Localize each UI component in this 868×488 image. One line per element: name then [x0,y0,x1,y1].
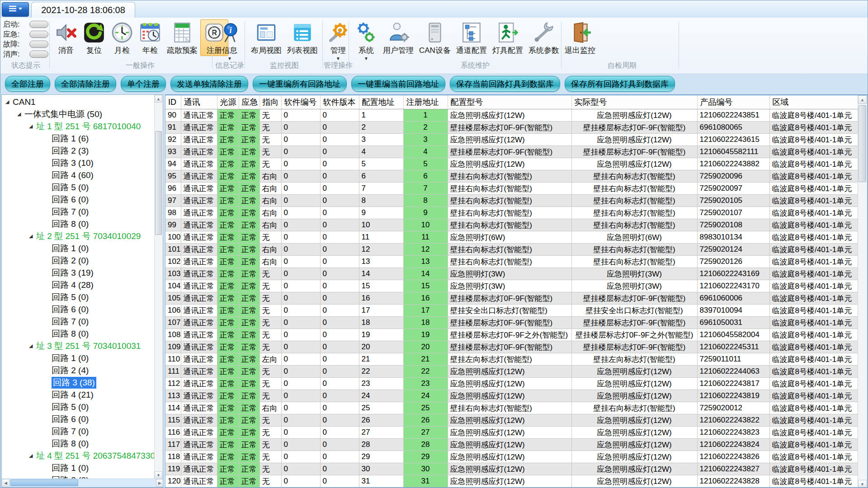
action-button-rewrite-current-loop-addresses[interactable]: 一键重编当前回路地址 [351,76,445,92]
tree-item[interactable]: 回路 1 (0) [2,242,155,254]
cell[interactable]: 壁挂左向标志灯(智能型) [448,353,571,366]
system-params-button[interactable]: 系统参数 [526,19,562,56]
cell[interactable]: 26 [403,414,448,427]
cell[interactable]: 应急照明灯(6W) [448,231,571,244]
cell[interactable]: 正常 [217,317,239,329]
cell[interactable]: 7259020012 [697,402,769,414]
cell[interactable]: 107 [165,317,181,329]
cell[interactable]: 无 [259,122,281,134]
cell[interactable]: 临波庭8号楼/401-1单元 [769,329,858,341]
cell[interactable]: 临波庭8号楼/401-1单元 [769,268,858,280]
cell[interactable]: 临波庭8号楼/401-1单元 [769,183,858,195]
table-row[interactable]: 96通讯正常正常正常右向0077壁挂右向标志灯(智能型)壁挂右向标志灯(智能型)… [165,183,858,195]
tree-item[interactable]: 回路 8 (0) [2,328,155,340]
cell[interactable]: 104 [165,280,181,292]
table-row[interactable]: 95通讯正常正常正常右向0066壁挂右向标志灯(智能型)壁挂右向标志灯(智能型)… [165,170,858,183]
cell[interactable]: 正常 [239,427,259,439]
cell[interactable]: 0 [281,207,320,219]
cell[interactable]: 0 [320,244,359,256]
tree-item[interactable]: ◢址 1 型 251 号 6817010040 [2,120,155,132]
table-row[interactable]: 90通讯正常正常正常无0011应急照明感应灯(12W)应急照明感应灯(12W)1… [165,109,858,122]
cell[interactable]: 14 [403,268,448,280]
cell[interactable]: 19 [403,329,448,341]
cell[interactable]: 右向 [259,170,281,183]
cell[interactable]: 16 [359,292,403,305]
cell[interactable]: 31 [403,475,448,488]
cell[interactable]: 无 [259,109,281,122]
cell[interactable]: 0 [281,158,320,170]
table-row[interactable]: 100通讯正常正常正常无001111应急照明灯(6W)应急照明灯(6W)8983… [165,231,858,244]
cell[interactable]: 应急照明灯(6W) [571,231,697,244]
cell[interactable]: 通讯正常 [181,378,217,390]
cell[interactable]: 0 [320,219,359,231]
cell[interactable]: 应急照明感应灯(12W) [448,463,571,475]
cell[interactable]: 8397010094 [697,305,769,317]
cell[interactable]: 通讯正常 [181,244,217,256]
cell[interactable]: 93 [165,146,181,158]
cell[interactable]: 21 [403,353,448,366]
cell[interactable]: 右向 [259,207,281,219]
cell[interactable]: 4 [403,146,448,158]
cell[interactable]: 应急照明感应灯(12W) [571,463,697,475]
cell[interactable]: 25 [403,402,448,414]
tree-item[interactable]: 回路 2 (0) [2,254,155,267]
cell[interactable]: 通讯正常 [181,122,217,134]
cell[interactable]: 0 [320,280,359,292]
cell[interactable]: 正常 [239,353,259,366]
cell[interactable]: 99 [165,219,181,231]
cell[interactable]: 应急照明感应灯(12W) [448,158,571,170]
cell[interactable]: 18 [403,317,448,329]
table-row[interactable]: 101通讯正常正常正常右向001212壁挂右向标志灯(智能型)壁挂右向标志灯(智… [165,244,858,256]
layout-view-button[interactable]: 布局视图 [248,19,284,56]
cell[interactable]: 100 [165,231,181,244]
cell[interactable]: 通讯正常 [181,268,217,280]
table-row[interactable]: 104通讯正常正常正常无001515应急照明灯(3W)应急照明灯(3W)1210… [165,280,858,292]
column-header[interactable]: ID [165,95,181,109]
cell[interactable]: 94 [165,158,181,170]
cell[interactable]: 6961080065 [697,122,769,134]
cell[interactable]: 0 [320,329,359,341]
cell[interactable]: 正常 [239,195,259,207]
table-row[interactable]: 102通讯正常正常正常右向001313壁挂右向标志灯(智能型)壁挂右向标志灯(智… [165,256,858,268]
cell[interactable]: 0 [320,122,359,134]
cell[interactable]: 1 [403,109,448,122]
cell[interactable]: 无 [259,366,281,378]
cell[interactable]: 0 [281,268,320,280]
cell[interactable]: 12 [359,244,403,256]
cell[interactable]: 11 [359,231,403,244]
scrollbar-thumb[interactable] [155,131,162,235]
cell[interactable]: 正常 [217,378,239,390]
cell[interactable]: 正常 [217,463,239,475]
table-row[interactable]: 91通讯正常正常正常无0022壁挂楼层标志灯0F-9F(智能型)壁挂楼层标志灯0… [165,122,858,134]
cell[interactable]: 应急照明感应灯(12W) [448,427,571,439]
cell[interactable]: 112 [165,378,181,390]
cell[interactable]: 临波庭8号楼/401-1单元 [769,158,858,170]
cell[interactable]: 正常 [239,280,259,292]
cell[interactable]: 0 [320,231,359,244]
tree-item[interactable]: 回路 1 (0) [2,352,155,364]
cell[interactable]: 正常 [239,207,259,219]
cell[interactable]: 壁挂楼层标志灯0F-9F(智能型) [571,146,697,158]
cell[interactable]: 12106022243822 [697,414,769,427]
cell[interactable]: 正常 [217,195,239,207]
cell[interactable]: 117 [165,439,181,451]
cell[interactable]: 22 [359,366,403,378]
cell[interactable]: 0 [281,122,320,134]
cell[interactable]: 正常 [239,378,259,390]
cell[interactable]: 12106022243615 [697,134,769,146]
cell[interactable]: 通讯正常 [181,463,217,475]
tree-item[interactable]: 回路 8 (0) [2,437,155,450]
cell[interactable]: 正常 [217,231,239,244]
cell[interactable]: 7259020124 [697,244,769,256]
cell[interactable]: 壁挂右向标志灯(智能型) [448,207,571,219]
cell[interactable]: 17 [359,305,403,317]
cell[interactable]: 临波庭8号楼/401-1单元 [769,366,858,378]
cell[interactable]: 0 [320,475,359,488]
action-button-register-all[interactable]: 全部注册 [5,76,50,92]
cell[interactable]: 30 [359,463,403,475]
cell[interactable]: 28 [403,439,448,451]
column-header[interactable]: 软件版本 [320,95,359,109]
cell[interactable]: 0 [281,195,320,207]
cell[interactable]: 应急照明灯(3W) [448,280,571,292]
cell[interactable]: 91 [165,122,181,134]
